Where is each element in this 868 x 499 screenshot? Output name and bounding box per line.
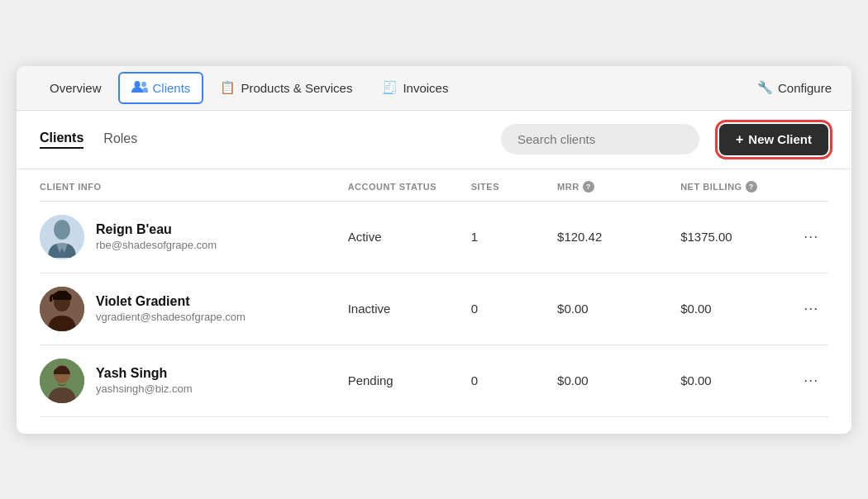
billing-cell-0: $1375.00 bbox=[680, 230, 804, 244]
mrr-cell-1: $0.00 bbox=[557, 302, 680, 316]
more-button-0[interactable]: ··· bbox=[804, 228, 818, 245]
header-client-info: CLIENT INFO bbox=[40, 181, 348, 192]
nav-overview[interactable]: Overview bbox=[36, 73, 115, 103]
mrr-cell-0: $120.42 bbox=[557, 230, 680, 244]
sub-nav: Clients Roles + New Client bbox=[17, 111, 851, 169]
status-cell-0: Active bbox=[348, 230, 471, 244]
actions-cell-2: ··· bbox=[804, 372, 828, 389]
client-name-0: Reign B'eau bbox=[96, 222, 217, 237]
mrr-help-icon: ? bbox=[583, 181, 594, 192]
more-button-2[interactable]: ··· bbox=[804, 372, 818, 389]
client-name-1: Violet Gradient bbox=[96, 294, 246, 309]
nav-products[interactable]: 📋 Products & Services bbox=[207, 72, 365, 103]
avatar-0 bbox=[40, 215, 84, 259]
avatar-1 bbox=[40, 287, 84, 331]
more-button-1[interactable]: ··· bbox=[804, 300, 818, 317]
search-input[interactable] bbox=[501, 124, 699, 154]
client-email-0: rbe@shadesofgrape.com bbox=[96, 239, 217, 251]
sites-cell-0: 1 bbox=[471, 230, 557, 244]
wrench-icon: 🔧 bbox=[757, 80, 773, 95]
client-info-cell-2: Yash Singh yashsingh@biz.com bbox=[40, 359, 348, 403]
svg-point-0 bbox=[134, 81, 140, 88]
new-client-button[interactable]: + New Client bbox=[719, 124, 828, 155]
client-email-1: vgradient@shadesofgrape.com bbox=[96, 311, 246, 323]
status-cell-2: Pending bbox=[348, 373, 471, 387]
status-cell-1: Inactive bbox=[348, 302, 471, 316]
new-client-label: New Client bbox=[748, 132, 812, 146]
tab-roles[interactable]: Roles bbox=[103, 131, 137, 148]
nav-clients[interactable]: Clients bbox=[118, 72, 204, 104]
nav-overview-label: Overview bbox=[50, 81, 102, 95]
nav-invoices[interactable]: 🧾 Invoices bbox=[369, 72, 461, 103]
table-row: Violet Gradient vgradient@shadesofgrape.… bbox=[40, 273, 828, 345]
avatar-2 bbox=[40, 359, 84, 403]
header-account-status: ACCOUNT STATUS bbox=[348, 181, 471, 192]
table-row: Yash Singh yashsingh@biz.com Pending 0 $… bbox=[40, 345, 828, 417]
plus-icon: + bbox=[736, 132, 743, 147]
client-name-2: Yash Singh bbox=[96, 366, 193, 381]
invoice-icon: 🧾 bbox=[382, 80, 398, 95]
client-info-cell-1: Violet Gradient vgradient@shadesofgrape.… bbox=[40, 287, 348, 331]
nav-invoices-label: Invoices bbox=[403, 81, 448, 95]
notebook-icon: 📋 bbox=[220, 80, 236, 95]
mrr-cell-2: $0.00 bbox=[557, 373, 680, 387]
header-actions bbox=[804, 181, 828, 192]
table-row: Reign B'eau rbe@shadesofgrape.com Active… bbox=[40, 202, 828, 273]
header-net-billing: NET BILLING ? bbox=[680, 181, 804, 192]
client-email-2: yashsingh@biz.com bbox=[96, 383, 193, 395]
configure-button[interactable]: 🔧 Configure bbox=[757, 80, 832, 95]
billing-cell-2: $0.00 bbox=[680, 373, 804, 387]
billing-cell-1: $0.00 bbox=[680, 302, 804, 316]
svg-point-3 bbox=[54, 220, 70, 240]
search-input-wrap bbox=[501, 124, 699, 154]
clients-table: CLIENT INFO ACCOUNT STATUS SITES MRR ? N… bbox=[17, 169, 851, 434]
top-nav: Overview Clients 📋 Products & Services 🧾… bbox=[17, 66, 851, 111]
actions-cell-1: ··· bbox=[804, 300, 828, 317]
client-details-2: Yash Singh yashsingh@biz.com bbox=[96, 366, 193, 395]
client-info-cell-0: Reign B'eau rbe@shadesofgrape.com bbox=[40, 215, 348, 259]
tab-clients[interactable]: Clients bbox=[40, 131, 83, 149]
actions-cell-0: ··· bbox=[804, 228, 828, 245]
clients-icon bbox=[131, 80, 148, 96]
svg-point-1 bbox=[141, 81, 146, 86]
header-mrr: MRR ? bbox=[557, 181, 680, 192]
configure-label: Configure bbox=[778, 81, 832, 95]
client-details-0: Reign B'eau rbe@shadesofgrape.com bbox=[96, 222, 217, 251]
app-window: Overview Clients 📋 Products & Services 🧾… bbox=[17, 66, 851, 434]
nav-clients-label: Clients bbox=[153, 81, 191, 95]
sites-cell-1: 0 bbox=[471, 302, 557, 316]
nav-products-label: Products & Services bbox=[241, 81, 352, 95]
net-billing-help-icon: ? bbox=[746, 181, 757, 192]
table-header: CLIENT INFO ACCOUNT STATUS SITES MRR ? N… bbox=[40, 169, 828, 202]
header-sites: SITES bbox=[471, 181, 557, 192]
sites-cell-2: 0 bbox=[471, 373, 557, 387]
client-details-1: Violet Gradient vgradient@shadesofgrape.… bbox=[96, 294, 246, 323]
